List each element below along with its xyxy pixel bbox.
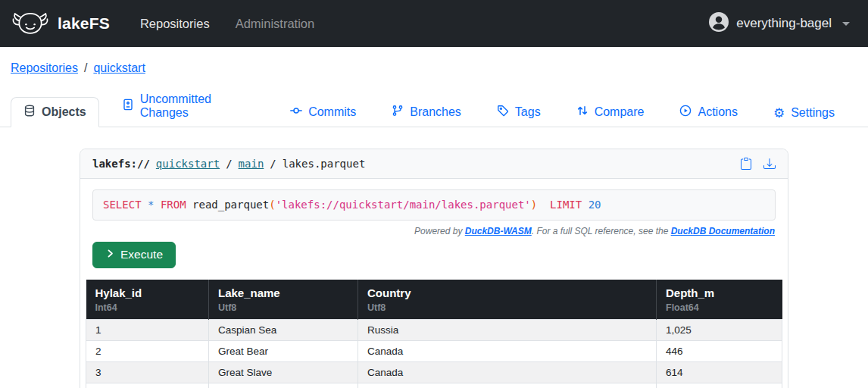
sql-token	[142, 199, 148, 211]
tab-commits[interactable]: Commits	[277, 97, 369, 127]
execute-button[interactable]: Execute	[92, 242, 176, 268]
table-row: 3 Great Slave Canada 614	[86, 362, 782, 383]
sql-token	[582, 199, 588, 211]
lakefs-home-link[interactable]: lakeFS	[11, 8, 110, 39]
object-card: lakefs:// quickstart / main / lakes.parq…	[80, 149, 788, 388]
tab-tags[interactable]: Tags	[484, 97, 554, 127]
compare-icon	[576, 105, 589, 120]
column-header: Depth_m Float64	[657, 280, 782, 320]
user-menu[interactable]: everything-bagel	[709, 12, 850, 36]
sql-token: LIMIT	[550, 199, 582, 211]
caret-down-icon	[842, 22, 850, 26]
copy-path-button[interactable]	[740, 158, 752, 170]
path-separator: /	[270, 158, 276, 170]
file-diff-icon	[122, 99, 134, 114]
breadcrumb-separator: /	[84, 61, 87, 74]
sql-token: SELECT	[103, 199, 142, 211]
table-row: 2 Great Bear Canada 446	[86, 341, 782, 362]
duckdb-wasm-link[interactable]: DuckDB-WASM	[465, 226, 532, 236]
path-branch-link[interactable]: main	[239, 158, 264, 170]
breadcrumb-repositories-link[interactable]: Repositories	[11, 61, 78, 74]
object-card-body: SELECT * FROM read_parquet('lakefs://qui…	[80, 179, 788, 388]
tab-settings[interactable]: ⚙ Settings	[760, 99, 848, 127]
nav-item-administration[interactable]: Administration	[236, 17, 315, 31]
duckdb-docs-link[interactable]: DuckDB Documentation	[671, 226, 775, 236]
tab-uncommitted-changes[interactable]: Uncommitted Changes	[109, 85, 267, 127]
table-row: 4 Winnipeg Canada 36	[86, 383, 782, 388]
brand-name: lakeFS	[58, 14, 110, 33]
tag-icon	[497, 105, 509, 120]
top-navbar: lakeFS Repositories Administration every…	[0, 0, 868, 47]
gear-icon: ⚙	[773, 107, 785, 120]
play-circle-icon	[679, 105, 692, 120]
tab-branches[interactable]: Branches	[379, 97, 474, 127]
object-viewer: lakefs:// quickstart / main / lakes.parq…	[80, 149, 788, 388]
query-results: Hylak_id Int64 Lake_name Utf8 Country Ut…	[86, 280, 782, 388]
database-icon	[23, 105, 36, 120]
sql-token: FROM	[161, 199, 186, 211]
column-header: Country Utf8	[358, 280, 657, 320]
results-header-row: Hylak_id Int64 Lake_name Utf8 Country Ut…	[86, 280, 782, 320]
results-table: Hylak_id Int64 Lake_name Utf8 Country Ut…	[86, 280, 782, 388]
path-separator: /	[226, 158, 232, 170]
sql-token: 20	[589, 199, 601, 211]
column-header: Lake_name Utf8	[209, 280, 358, 320]
chevron-right-icon	[105, 248, 115, 261]
column-header: Hylak_id Int64	[86, 280, 209, 320]
nav-item-repositories[interactable]: Repositories	[140, 17, 210, 31]
duckdb-caption: Powered by DuckDB-WASM. For a full SQL r…	[93, 226, 775, 236]
lakefs-logo-icon	[11, 8, 50, 39]
sql-token	[154, 199, 160, 211]
sql-token: 'lakefs://quickstart/main/lakes.parquet'	[276, 199, 531, 211]
commit-icon	[290, 105, 302, 120]
tab-actions[interactable]: Actions	[667, 97, 750, 127]
user-name: everything-bagel	[736, 16, 832, 31]
sql-token: (	[269, 199, 275, 211]
path-repo-link[interactable]: quickstart	[156, 158, 220, 170]
breadcrumb: Repositories/quickstart	[0, 47, 868, 85]
clipboard-icon	[740, 158, 752, 170]
branch-icon	[392, 105, 404, 120]
path-scheme: lakefs://	[92, 158, 150, 170]
download-object-button[interactable]	[763, 158, 776, 170]
sql-token: read_parquet	[186, 199, 270, 211]
download-icon	[763, 158, 776, 170]
sql-token: )	[531, 199, 537, 211]
tab-compare[interactable]: Compare	[564, 97, 657, 127]
user-avatar-icon	[709, 12, 729, 36]
sql-token	[537, 199, 550, 211]
repository-tabbar: Objects Uncommitted Changes Commits	[0, 85, 868, 127]
breadcrumb-repository-link[interactable]: quickstart	[93, 61, 145, 74]
table-row: 1 Caspian Sea Russia 1,025	[86, 320, 782, 341]
sql-query-editor[interactable]: SELECT * FROM read_parquet('lakefs://qui…	[92, 189, 776, 221]
tab-objects[interactable]: Objects	[11, 97, 99, 127]
object-path-bar: lakefs:// quickstart / main / lakes.parq…	[80, 149, 788, 179]
path-object-name: lakes.parquet	[283, 158, 366, 170]
